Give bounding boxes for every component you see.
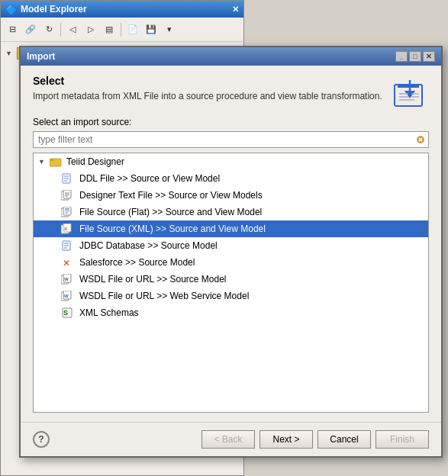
tree-item-label-salesforce: Salesforce >> Source Model: [79, 257, 195, 268]
model-explorer-toolbar: ⊟ 🔗 ↻ ◁ ▷ ▤ 📄 💾 ▾: [1, 18, 243, 42]
footer-left: ?: [33, 431, 50, 448]
tree-item-teiid-designer[interactable]: ▼ Teiid Designer: [34, 153, 428, 170]
svg-text:S: S: [63, 309, 68, 317]
svg-rect-1: [398, 85, 419, 88]
tree-item-label-file-xml: File Source (XML) >> Source and View Mod…: [79, 224, 266, 234]
tree-item-file-xml[interactable]: X File Source (XML) >> Source and View M…: [34, 220, 428, 237]
salesforce-icon: ✕: [61, 257, 73, 268]
tree-item-label-jdbc: JDBC Database >> Source Model: [79, 240, 218, 251]
tree-item-jdbc[interactable]: JDBC Database >> Source Model: [34, 237, 428, 254]
tree-item-label-file-flat: File Source (Flat) >> Source and View Mo…: [79, 207, 262, 217]
dialog-icon-area: [391, 75, 429, 109]
filter-row: [33, 131, 429, 148]
tree-item-file-flat[interactable]: File Source (Flat) >> Source and View Mo…: [34, 204, 428, 220]
tree-item-label-designer-text: Designer Text File >> Source or View Mod…: [79, 190, 263, 201]
dropdown-button[interactable]: ▾: [161, 21, 178, 38]
tree-item-wsdl-web[interactable]: W WSDL File or URL >> Web Service Model: [34, 288, 428, 304]
file-flat-icon: [61, 207, 73, 217]
tree-item-designer-text[interactable]: Designer Text File >> Source or View Mod…: [34, 187, 428, 204]
svg-text:W: W: [64, 294, 69, 298]
history-button[interactable]: ▤: [101, 21, 118, 38]
jdbc-icon: [61, 240, 73, 251]
xml-schemas-icon: S: [61, 307, 73, 318]
svg-text:W: W: [64, 277, 69, 281]
forward-button[interactable]: ▷: [82, 21, 99, 38]
tree-item-ddl-file[interactable]: DDL File >> Source or View Model: [34, 170, 428, 187]
dialog-close-button[interactable]: ✕: [423, 51, 435, 62]
back-button[interactable]: < Back: [201, 430, 255, 449]
dialog-window-controls: _ □ ✕: [395, 51, 435, 62]
refresh-button[interactable]: ↻: [40, 21, 57, 38]
svg-rect-13: [50, 159, 54, 161]
source-label: Select an import source:: [33, 117, 429, 127]
expand-arrow-teiid-designer: ▼: [38, 158, 45, 166]
footer-buttons: < Back Next > Cancel Finish: [201, 430, 429, 449]
dialog-header: Select Import metadata from XML File int…: [33, 75, 429, 109]
import-dialog: Import _ □ ✕ Select Import metadata from…: [19, 46, 443, 458]
dialog-description: Import metadata from XML File into a sou…: [33, 90, 391, 103]
dialog-header-text: Select Import metadata from XML File int…: [33, 75, 391, 103]
model-explorer-titlebar: 🔷 Model Explorer ✕: [1, 1, 243, 18]
import-icon: [393, 77, 427, 108]
dialog-title: Import: [27, 51, 55, 62]
tree-item-label-xml-schemas: XML Schemas: [79, 307, 139, 318]
import-source-tree[interactable]: ▼ Teiid Designer DDL File >> Source or V…: [33, 153, 429, 413]
ddl-file-icon: [61, 173, 73, 184]
designer-text-icon: [61, 190, 73, 201]
link-button[interactable]: 🔗: [22, 21, 39, 38]
filter-clear-button[interactable]: [413, 132, 428, 147]
tree-item-xml-schemas[interactable]: S XML Schemas: [34, 304, 428, 321]
cancel-button[interactable]: Cancel: [317, 430, 371, 449]
folder-icon-teiid-designer: [50, 156, 62, 167]
tree-item-label-teiid-designer: Teiid Designer: [66, 156, 124, 167]
tree-item-label-wsdl-source: WSDL File or URL >> Source Model: [79, 274, 227, 285]
model-explorer-title: Model Explorer: [21, 4, 87, 14]
toolbar-separator-1: [60, 23, 61, 37]
svg-text:X: X: [64, 227, 67, 231]
dialog-heading: Select: [33, 75, 391, 87]
dialog-content: Select Import metadata from XML File int…: [21, 66, 441, 422]
clear-icon: [416, 135, 425, 144]
expand-arrow: ▼: [5, 50, 12, 57]
tree-item-salesforce[interactable]: ✕ Salesforce >> Source Model: [34, 254, 428, 271]
dialog-footer: ? < Back Next > Cancel Finish: [21, 422, 441, 456]
tree-item-label-ddl-file: DDL File >> Source or View Model: [79, 173, 220, 184]
next-button[interactable]: Next >: [259, 430, 313, 449]
wsdl-source-icon: W: [61, 274, 73, 285]
collapse-all-button[interactable]: ⊟: [4, 21, 21, 38]
dialog-maximize-button[interactable]: □: [409, 51, 421, 62]
dialog-minimize-button[interactable]: _: [395, 51, 408, 62]
toolbar-separator-2: [121, 23, 121, 37]
filter-input[interactable]: [34, 133, 413, 146]
back-button[interactable]: ◁: [64, 21, 81, 38]
svg-text:✕: ✕: [63, 258, 70, 268]
file-xml-icon: X: [61, 224, 73, 234]
help-button[interactable]: ?: [33, 431, 50, 448]
new-file-button[interactable]: 📄: [124, 21, 141, 38]
dialog-titlebar: Import _ □ ✕: [21, 47, 441, 66]
close-icon[interactable]: ✕: [232, 5, 239, 14]
wsdl-web-icon: W: [61, 291, 73, 301]
finish-button[interactable]: Finish: [375, 430, 429, 449]
tree-item-wsdl-source[interactable]: W WSDL File or URL >> Source Model: [34, 271, 428, 288]
tree-item-label-wsdl-web: WSDL File or URL >> Web Service Model: [79, 291, 249, 301]
save-button[interactable]: 💾: [143, 21, 160, 38]
model-explorer-icon: 🔷: [5, 4, 18, 15]
